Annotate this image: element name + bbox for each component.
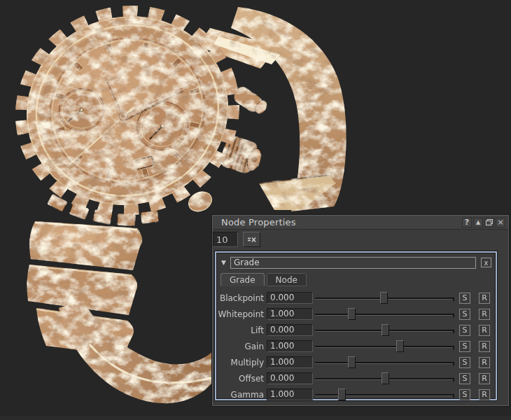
slider-track[interactable] <box>315 362 454 363</box>
slider-track[interactable] <box>315 346 454 347</box>
slider-handle[interactable] <box>338 388 346 400</box>
node-close-button[interactable]: x <box>481 258 491 267</box>
gamma-value-field[interactable]: 1.000 <box>267 388 313 400</box>
expand-icon[interactable]: ▲ <box>473 218 483 227</box>
whitepoint-value-field[interactable]: 1.000 <box>267 308 313 320</box>
slider-handle[interactable] <box>382 324 389 336</box>
multiply-value-field[interactable]: 1.000 <box>267 356 313 368</box>
slider-handle[interactable] <box>380 292 388 304</box>
slider-track[interactable] <box>315 314 454 315</box>
param-label: Blackpoint <box>216 293 267 303</box>
param-label: Offset <box>216 374 267 384</box>
tab-bar: Grade Node <box>220 273 496 286</box>
param-row-gamma: Gamma 1.000 S R <box>216 386 496 402</box>
panel-toolbar <box>213 230 508 249</box>
gain-reset-button[interactable]: R <box>479 341 490 352</box>
float-icon[interactable] <box>484 218 494 227</box>
window-controls: ? ▲ × <box>462 218 505 227</box>
node-header: ▼ x <box>216 253 496 270</box>
slider-handle[interactable] <box>348 356 356 368</box>
slider-handle[interactable] <box>348 308 356 320</box>
param-label: Gamma <box>216 390 267 400</box>
blackpoint-reset-button[interactable]: R <box>479 293 490 304</box>
gamma-slider[interactable] <box>315 388 454 402</box>
offset-sample-button[interactable]: S <box>459 373 470 384</box>
blackpoint-slider[interactable] <box>315 291 454 305</box>
param-row-whitepoint: Whitepoint 1.000 S R <box>216 306 496 322</box>
gamma-sample-button[interactable]: S <box>459 389 470 400</box>
param-label: Gain <box>216 342 267 351</box>
lift-sample-button[interactable]: S <box>459 325 470 336</box>
blackpoint-value-field[interactable]: 0.000 <box>267 292 313 304</box>
whitepoint-sample-button[interactable]: S <box>459 309 470 320</box>
lift-value-field[interactable]: 0.000 <box>267 324 313 336</box>
panel-title: Node Properties <box>221 217 296 227</box>
offset-reset-button[interactable]: R <box>479 373 490 384</box>
multiply-sample-button[interactable]: S <box>459 357 470 368</box>
param-label: Lift <box>216 326 267 335</box>
whitepoint-slider[interactable] <box>315 307 454 321</box>
multiply-reset-button[interactable]: R <box>479 357 490 368</box>
param-row-offset: Offset 0.000 S R <box>216 370 496 386</box>
offset-value-field[interactable]: 0.000 <box>267 372 313 384</box>
tab-grade[interactable]: Grade <box>220 273 265 286</box>
viewport-bottom-strip <box>0 416 511 420</box>
lift-reset-button[interactable]: R <box>479 325 490 336</box>
multiply-slider[interactable] <box>315 356 454 370</box>
slider-track[interactable] <box>315 394 454 396</box>
param-row-multiply: Multiply 1.000 S R <box>216 354 496 370</box>
eraser-icon <box>247 236 256 244</box>
gain-sample-button[interactable]: S <box>459 341 470 352</box>
param-row-gain: Gain 1.000 S R <box>216 338 496 354</box>
gain-slider[interactable] <box>315 340 454 354</box>
whitepoint-reset-button[interactable]: R <box>479 309 490 320</box>
param-row-lift: Lift 0.000 S R <box>216 322 496 338</box>
lift-slider[interactable] <box>315 323 454 337</box>
gamma-reset-button[interactable]: R <box>479 389 490 400</box>
clear-properties-button[interactable] <box>243 232 260 247</box>
panel-titlebar[interactable]: Node Properties ? ▲ × <box>213 216 508 230</box>
gain-value-field[interactable]: 1.000 <box>267 340 313 352</box>
slider-handle[interactable] <box>396 340 404 352</box>
collapse-arrow-icon[interactable]: ▼ <box>221 259 226 266</box>
param-row-blackpoint: Blackpoint 0.000 S R <box>216 290 496 306</box>
properties-stack-count-input[interactable] <box>213 232 238 247</box>
blackpoint-sample-button[interactable]: S <box>459 293 470 304</box>
tab-node[interactable]: Node <box>267 273 307 286</box>
help-icon[interactable]: ? <box>462 218 472 227</box>
param-label: Multiply <box>216 358 267 368</box>
grade-node-panel: ▼ x Grade Node Blackpoint 0.000 S R Whit… <box>215 251 497 400</box>
node-name-input[interactable] <box>230 257 476 269</box>
node-properties-panel: Node Properties ? ▲ × ▼ x Grade Nod <box>212 215 509 406</box>
slider-handle[interactable] <box>382 372 389 384</box>
offset-slider[interactable] <box>315 372 454 386</box>
close-icon[interactable]: × <box>496 218 505 227</box>
param-label: Whitepoint <box>216 309 267 319</box>
param-list: Blackpoint 0.000 S R Whitepoint 1.000 S … <box>216 286 496 402</box>
restore-glyph-icon <box>486 219 493 225</box>
